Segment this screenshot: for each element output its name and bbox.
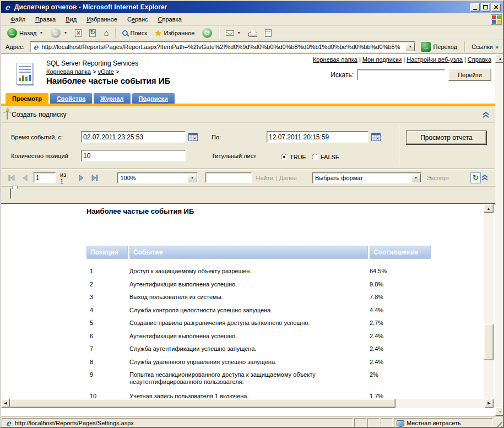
- back-dropdown-icon[interactable]: ▼: [40, 31, 44, 35]
- home-button[interactable]: [101, 27, 111, 39]
- address-dropdown-button[interactable]: [405, 42, 415, 51]
- view-report-button[interactable]: Просмотр отчета: [407, 131, 486, 144]
- find-next-button[interactable]: Далее: [279, 175, 297, 181]
- menu-favorites[interactable]: Избранное: [82, 14, 122, 24]
- breadcrumb: Корневая папкаvGate: [46, 68, 121, 75]
- stop-button[interactable]: [72, 28, 84, 38]
- menu-tools[interactable]: Сервис: [122, 14, 153, 24]
- forward-button[interactable]: → ▼: [48, 27, 70, 39]
- last-page-button[interactable]: [90, 175, 99, 181]
- from-date-input[interactable]: [81, 131, 186, 143]
- page-icon: [32, 42, 40, 51]
- edit-button[interactable]: [262, 28, 274, 38]
- history-button[interactable]: [199, 27, 215, 39]
- format-dropdown-icon[interactable]: [411, 174, 421, 182]
- address-input[interactable]: http://localhost/Reports/Pages/Report.as…: [30, 41, 416, 52]
- report-horizontal-scrollbar[interactable]: [1, 399, 494, 408]
- to-date-input[interactable]: [267, 131, 368, 143]
- count-input[interactable]: [81, 150, 186, 161]
- menu-help[interactable]: Справка: [153, 14, 187, 24]
- new-subscription-button[interactable]: Создать подписку: [12, 111, 66, 118]
- find-input[interactable]: [205, 172, 252, 183]
- back-button[interactable]: ← Назад ▼: [4, 27, 46, 39]
- site-search-input[interactable]: [357, 69, 445, 80]
- menu-view[interactable]: Вид: [61, 14, 82, 24]
- export-format-select[interactable]: Выбрать формат: [312, 172, 421, 183]
- breadcrumb-folder-link[interactable]: vGate: [97, 68, 113, 75]
- go-button[interactable]: → Переход: [418, 41, 460, 53]
- links-button[interactable]: Ссылки: [469, 44, 501, 50]
- print-report-button[interactable]: [10, 189, 11, 199]
- scroll-track[interactable]: [495, 63, 504, 407]
- maximize-button[interactable]: [481, 3, 490, 12]
- collapse-toolbar-chevron-icon[interactable]: [481, 174, 489, 181]
- table-header: Позиция Событие Соотношение: [86, 246, 431, 259]
- page-vertical-scrollbar[interactable]: [495, 54, 504, 416]
- radio-false[interactable]: [312, 154, 318, 160]
- minimize-button[interactable]: [470, 3, 480, 12]
- page-content: SQL Server Reporting Services Корневая п…: [1, 54, 495, 416]
- windows-logo-icon: [491, 14, 502, 25]
- table-row: 9Попытка несанкционированного доступа к …: [86, 371, 431, 393]
- title-bar: Диспетчер отчетов - Microsoft Internet E…: [1, 1, 503, 13]
- tab-history[interactable]: Журнал: [94, 93, 130, 104]
- radio-true[interactable]: [281, 154, 288, 160]
- site-settings-link[interactable]: Настройки веб-узла: [407, 56, 463, 63]
- mail-icon: [226, 30, 234, 36]
- refresh-report-button[interactable]: [470, 172, 481, 183]
- next-page-button[interactable]: [78, 175, 85, 181]
- refresh-button[interactable]: [86, 28, 99, 38]
- scroll-right-button[interactable]: [485, 399, 494, 408]
- zoom-select[interactable]: 100%: [117, 172, 197, 183]
- close-button[interactable]: [491, 3, 501, 12]
- go-icon: →: [421, 42, 431, 52]
- search-button[interactable]: Поиск: [120, 29, 149, 37]
- scroll-up-button[interactable]: [495, 54, 504, 63]
- breadcrumb-root-link[interactable]: Корневая папка: [46, 68, 91, 75]
- site-search-go-button[interactable]: Перейти: [448, 68, 491, 81]
- stop-icon: [75, 29, 82, 37]
- report-vertical-scrollbar[interactable]: [484, 204, 494, 408]
- menu-edit[interactable]: Правка: [30, 14, 61, 24]
- tab-view[interactable]: Просмотр: [6, 93, 48, 104]
- scroll-track[interactable]: [484, 213, 494, 399]
- titlepage-options: TRUEFALSE: [281, 150, 345, 161]
- help-link[interactable]: Справка: [468, 56, 491, 63]
- export-button[interactable]: Экспорт: [427, 175, 449, 181]
- tab-subscriptions[interactable]: Подписки: [132, 93, 175, 104]
- zoom-dropdown-icon[interactable]: [188, 174, 197, 182]
- scroll-thumb[interactable]: [10, 399, 395, 408]
- new-subscription-icon: [7, 110, 8, 120]
- scroll-down-button[interactable]: [495, 407, 504, 416]
- page-number-input[interactable]: [34, 172, 56, 183]
- prev-page-button[interactable]: [21, 175, 28, 181]
- forward-dropdown-icon[interactable]: ▼: [63, 31, 67, 35]
- page-title: Наиболее частые события ИБ: [46, 76, 170, 85]
- scroll-left-button[interactable]: [1, 399, 10, 408]
- report-tabs: Просмотр Свойства Журнал Подписки: [6, 93, 175, 104]
- menu-bar: Файл Правка Вид Избранное Сервис Справка: [1, 13, 503, 26]
- scroll-thumb[interactable]: [484, 324, 494, 360]
- home-icon: [104, 28, 109, 37]
- menu-file[interactable]: Файл: [6, 14, 30, 24]
- parameter-panel: Время событий, с: По: Количество позиций…: [1, 123, 495, 169]
- first-page-button[interactable]: [8, 175, 16, 181]
- address-url[interactable]: http://localhost/Reports/Pages/Report.as…: [42, 44, 404, 50]
- find-button[interactable]: Найти: [256, 175, 273, 181]
- to-calendar-icon[interactable]: [371, 131, 381, 141]
- mail-dropdown-icon[interactable]: ▼: [237, 31, 241, 35]
- home-folder-link[interactable]: Корневая папка: [313, 56, 357, 63]
- favorites-button[interactable]: Избранное: [152, 28, 197, 39]
- from-calendar-icon[interactable]: [188, 131, 198, 141]
- column-event: Событие: [129, 246, 368, 259]
- print-button[interactable]: [246, 28, 260, 38]
- collapse-header-chevron-icon[interactable]: [482, 111, 490, 118]
- tab-properties[interactable]: Свойства: [50, 93, 92, 104]
- search-label: Искать:: [330, 71, 354, 79]
- scroll-up-button[interactable]: [484, 204, 494, 213]
- resize-grip[interactable]: [494, 418, 502, 428]
- breadcrumb-separator: [114, 68, 121, 75]
- print-row: [1, 186, 495, 203]
- mail-button[interactable]: ▼: [223, 29, 243, 37]
- my-subscriptions-link[interactable]: Мои подписки: [362, 56, 402, 63]
